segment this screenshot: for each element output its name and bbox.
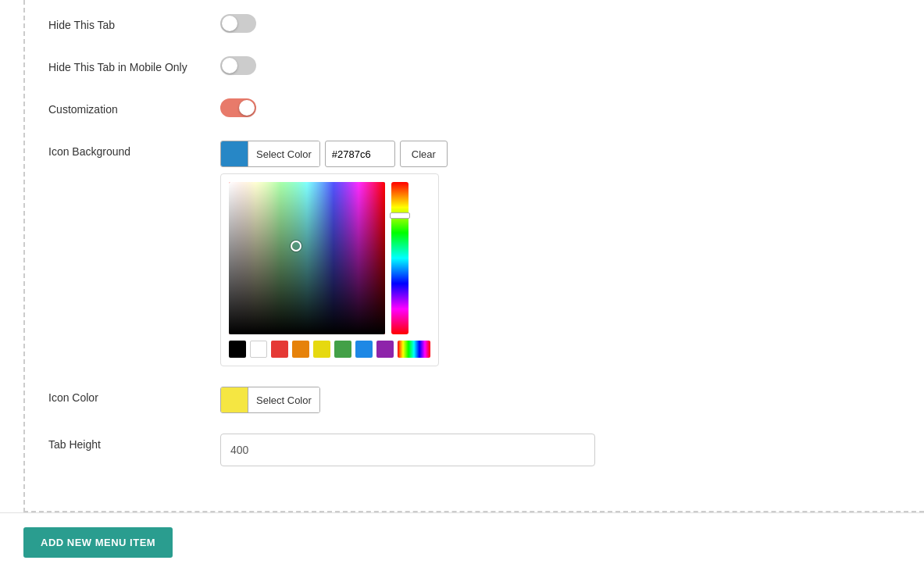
picker-main-row (229, 182, 430, 334)
icon-background-select-row: Select Color Clear (220, 141, 901, 167)
icon-background-label: Icon Background (48, 141, 220, 158)
preset-yellow[interactable] (313, 341, 330, 358)
add-new-menu-item-button[interactable]: ADD NEW MENU ITEM (23, 527, 173, 558)
preset-orange[interactable] (292, 341, 309, 358)
hide-tab-thumb (222, 16, 237, 31)
hide-tab-mobile-control (220, 56, 901, 78)
customization-toggle[interactable] (220, 98, 256, 117)
tab-height-label: Tab Height (48, 434, 220, 451)
hide-tab-row: Hide This Tab (48, 8, 901, 36)
icon-color-control: Select Color (220, 387, 901, 413)
icon-background-hex-input[interactable] (325, 141, 395, 167)
customization-control (220, 98, 901, 120)
tab-height-input[interactable] (220, 434, 595, 466)
preset-colors (229, 341, 430, 358)
hide-tab-mobile-label: Hide This Tab in Mobile Only (48, 56, 220, 73)
icon-background-color-picker (220, 173, 439, 366)
main-container: Hide This Tab Hide This Tab in Mobile On… (0, 0, 924, 571)
color-gradient[interactable] (229, 182, 385, 334)
icon-color-select-label: Select Color (248, 387, 319, 412)
icon-color-select-row: Select Color (220, 387, 901, 413)
bottom-bar: ADD NEW MENU ITEM (0, 512, 924, 571)
hide-tab-mobile-row: Hide This Tab in Mobile Only (48, 50, 901, 78)
hue-slider[interactable] (391, 182, 408, 334)
customization-thumb (239, 100, 255, 116)
content-area: Hide This Tab Hide This Tab in Mobile On… (23, 0, 924, 512)
gradient-black-overlay (229, 182, 385, 334)
customization-label: Customization (48, 98, 220, 116)
hide-tab-control (220, 14, 901, 36)
preset-green[interactable] (334, 341, 351, 358)
picker-cursor (291, 241, 301, 252)
preset-blue[interactable] (355, 341, 373, 358)
preset-black[interactable] (229, 341, 246, 358)
icon-background-control: Select Color Clear (220, 141, 901, 366)
icon-color-row: Icon Color Select Color (48, 380, 901, 413)
tab-height-row: Tab Height (48, 427, 901, 466)
icon-color-label: Icon Color (48, 387, 220, 404)
icon-background-swatch (221, 141, 248, 167)
icon-background-clear-button[interactable]: Clear (400, 141, 448, 167)
preset-red[interactable] (271, 341, 288, 358)
customization-row: Customization (48, 92, 901, 120)
hide-tab-mobile-toggle[interactable] (220, 56, 256, 75)
icon-color-button[interactable]: Select Color (220, 387, 320, 413)
hue-mini-strip[interactable] (398, 341, 430, 358)
preset-white[interactable] (250, 341, 267, 358)
icon-background-color-button[interactable]: Select Color (220, 141, 320, 167)
hide-tab-label: Hide This Tab (48, 14, 220, 31)
hide-tab-toggle[interactable] (220, 14, 256, 33)
preset-purple[interactable] (376, 341, 394, 358)
hide-tab-mobile-thumb (222, 58, 237, 73)
icon-background-select-label: Select Color (248, 141, 319, 166)
icon-color-swatch (221, 387, 248, 413)
tab-height-control (220, 434, 901, 466)
icon-background-row: Icon Background Select Color Clear (48, 134, 901, 366)
hue-thumb (390, 212, 410, 219)
